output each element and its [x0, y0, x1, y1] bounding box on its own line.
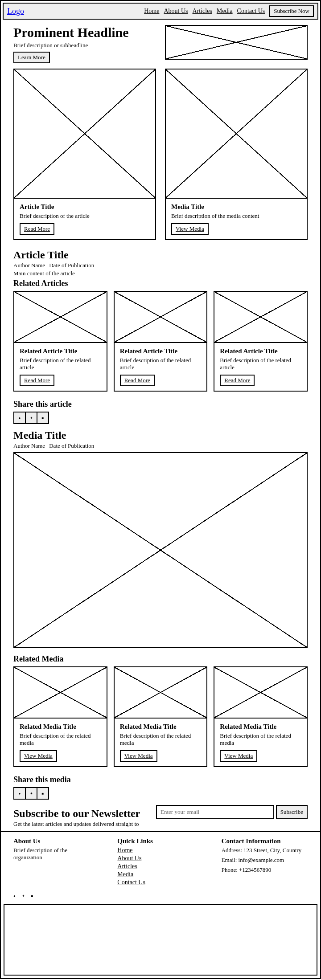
email-input[interactable]: [156, 805, 274, 819]
related-media-desc: Brief description of the related media: [220, 732, 301, 747]
related-article-image: [214, 292, 307, 343]
related-media-image: [14, 667, 107, 719]
logo-link[interactable]: Logo: [7, 7, 24, 16]
nav-contact[interactable]: Contact Us: [237, 8, 265, 15]
media-title: Media Title: [13, 429, 308, 441]
related-media-card: Related Media Title Brief description of…: [13, 666, 107, 767]
featured-media-card: Media Title Brief description of the med…: [165, 69, 308, 240]
hero-image-placeholder: [165, 25, 308, 60]
instagram-icon[interactable]: ■: [37, 787, 49, 800]
read-more-button[interactable]: Read More: [120, 375, 155, 386]
nav-about[interactable]: About Us: [164, 8, 188, 15]
media-main-image: [13, 452, 308, 648]
newsletter-desc: Get the latest articles and updates deli…: [13, 821, 143, 828]
related-article-card: Related Article Title Brief description …: [114, 291, 208, 392]
featured-article-image: [14, 69, 155, 199]
related-media-card: Related Media Title Brief description of…: [114, 666, 208, 767]
instagram-icon[interactable]: ■: [37, 412, 49, 424]
related-article-card: Related Article Title Brief description …: [214, 291, 308, 392]
footer-social: ● ✦ ■: [1, 892, 320, 902]
footer-link-home[interactable]: Home: [117, 847, 203, 854]
related-article-title: Related Article Title: [120, 347, 202, 355]
hero-sub: Brief description or subheadline: [13, 42, 94, 49]
footer-about-desc: Brief description of the organization: [13, 847, 85, 861]
related-media-title: Related Media Title: [120, 723, 202, 731]
featured-media-title: Media Title: [171, 203, 301, 211]
read-more-button[interactable]: Read More: [220, 375, 255, 386]
related-article-title: Related Article Title: [20, 347, 101, 355]
related-media-heading: Related Media: [13, 654, 308, 664]
main-nav: Home About Us Articles Media Contact Us …: [144, 5, 314, 17]
related-media-image: [115, 667, 207, 719]
twitter-icon[interactable]: ✦: [25, 412, 37, 424]
top-bar: Logo Home About Us Articles Media Contac…: [3, 3, 318, 20]
learn-more-button[interactable]: Learn More: [13, 52, 50, 63]
article-title: Article Title: [13, 249, 308, 261]
twitter-icon[interactable]: ✦: [25, 787, 37, 800]
share-media-heading: Share this media: [13, 775, 308, 784]
nav-articles[interactable]: Articles: [193, 8, 212, 15]
twitter-icon[interactable]: ✦: [22, 894, 25, 898]
view-media-button[interactable]: View Media: [171, 223, 209, 235]
instagram-icon[interactable]: ■: [31, 894, 33, 898]
share-media-buttons: ● ✦ ■: [13, 787, 308, 800]
related-article-image: [14, 292, 107, 343]
nav-home[interactable]: Home: [144, 8, 159, 15]
footer-quick-heading: Quick Links: [117, 837, 203, 845]
related-media-title: Related Media Title: [220, 723, 301, 731]
footer-link-contact[interactable]: Contact Us: [117, 879, 203, 886]
footer-phone: Phone: +1234567890: [222, 866, 308, 874]
footer-link-media[interactable]: Media: [117, 871, 203, 878]
related-articles-heading: Related Articles: [13, 279, 308, 288]
related-media-desc: Brief description of the related media: [120, 732, 202, 747]
bottom-placeholder: [4, 904, 317, 976]
related-media-image: [214, 667, 307, 719]
related-media-desc: Brief description of the related media: [20, 732, 101, 747]
share-article-buttons: ● ✦ ■: [13, 412, 308, 424]
footer-contact-heading: Contact Information: [222, 837, 308, 845]
subscribe-now-button[interactable]: Subscribe Now: [269, 5, 314, 17]
related-media-title: Related Media Title: [20, 723, 101, 731]
featured-article-desc: Brief description of the article: [20, 212, 150, 220]
featured-article-card: Article Title Brief description of the a…: [13, 69, 156, 240]
related-article-card: Related Article Title Brief description …: [13, 291, 107, 392]
view-media-button[interactable]: View Media: [220, 750, 257, 762]
featured-article-title: Article Title: [20, 203, 150, 211]
hero: Prominent Headline Brief description or …: [13, 25, 308, 63]
featured-media-image: [166, 69, 307, 199]
related-media-row: Related Media Title Brief description of…: [13, 666, 308, 767]
newsletter-heading: Subscribe to our Newsletter: [13, 808, 147, 820]
featured-media-desc: Brief description of the media content: [171, 212, 301, 220]
related-article-image: [115, 292, 207, 343]
related-article-desc: Brief description of the related article: [20, 357, 101, 371]
read-more-button[interactable]: Read More: [20, 223, 54, 235]
related-media-card: Related Media Title Brief description of…: [214, 666, 308, 767]
footer-contact: Contact Information Address: 123 Street,…: [222, 837, 308, 887]
related-article-desc: Brief description of the related article: [120, 357, 202, 371]
related-article-title: Related Article Title: [220, 347, 301, 355]
subscribe-form: Subscribe: [156, 805, 308, 819]
footer: About Us Brief description of the organi…: [1, 831, 320, 892]
article-body: Main content of the article: [13, 270, 103, 277]
footer-about: About Us Brief description of the organi…: [13, 837, 99, 887]
facebook-icon[interactable]: ●: [13, 787, 26, 800]
footer-about-heading: About Us: [13, 837, 99, 845]
subscribe-button[interactable]: Subscribe: [276, 805, 308, 819]
footer-quick-links: Quick Links Home About Us Articles Media…: [117, 837, 203, 887]
featured-row: Article Title Brief description of the a…: [13, 69, 308, 240]
nav-media[interactable]: Media: [217, 8, 233, 15]
footer-link-about[interactable]: About Us: [117, 855, 203, 862]
article-meta: Author Name | Date of Publication: [13, 262, 103, 269]
footer-address: Address: 123 Street, City, Country: [222, 847, 308, 854]
view-media-button[interactable]: View Media: [20, 750, 57, 762]
related-article-desc: Brief description of the related article: [220, 357, 301, 371]
footer-email: Email: info@example.com: [222, 857, 308, 864]
facebook-icon[interactable]: ●: [13, 412, 26, 424]
read-more-button[interactable]: Read More: [20, 375, 54, 386]
share-article-heading: Share this article: [13, 400, 308, 409]
hero-headline: Prominent Headline: [13, 25, 156, 40]
facebook-icon[interactable]: ●: [13, 894, 16, 898]
view-media-button[interactable]: View Media: [120, 750, 157, 762]
newsletter-section: Subscribe to our Newsletter Get the late…: [13, 805, 308, 828]
footer-link-articles[interactable]: Articles: [117, 863, 203, 870]
